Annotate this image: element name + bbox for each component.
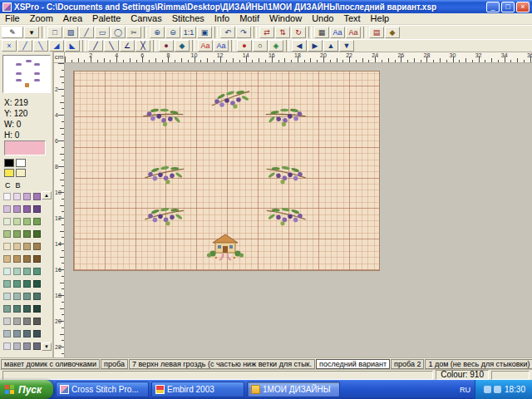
outline-mode-button[interactable]: ○	[253, 40, 268, 52]
quick-color-swatch[interactable]	[4, 159, 14, 167]
palette-swatch[interactable]	[3, 230, 11, 238]
ellipse-tool[interactable]: ◯	[111, 27, 126, 38]
canvas-viewport[interactable]	[65, 63, 532, 357]
palette-swatch[interactable]	[13, 230, 21, 238]
menu-item-text[interactable]: Text	[338, 13, 365, 24]
palette-swatch[interactable]	[3, 305, 11, 313]
palette-swatch[interactable]	[13, 280, 21, 288]
palette-swatch[interactable]	[33, 305, 41, 313]
cut-tool[interactable]: ✂	[126, 27, 141, 38]
pan-left-button[interactable]: ◀	[292, 40, 307, 52]
menu-item-info[interactable]: Info	[209, 13, 234, 24]
quick-color-swatch[interactable]	[16, 159, 26, 167]
redo-button[interactable]: ↷	[236, 27, 251, 38]
palette-swatch[interactable]	[33, 280, 41, 288]
pencil-tool[interactable]: ✎	[2, 27, 23, 38]
palette-scroll-up-button[interactable]: ▲	[42, 191, 52, 200]
pan-right-button[interactable]: ▶	[308, 40, 323, 52]
document-tab[interactable]: макет домик с оливочками	[1, 359, 100, 369]
document-tab[interactable]: 1 дом (не весь для стыковки)	[425, 359, 532, 369]
quarter-stitch-button[interactable]: ◢	[49, 40, 64, 52]
close-button[interactable]: ×	[516, 2, 530, 12]
palette-swatch[interactable]	[33, 268, 41, 275]
palette-swatch[interactable]	[3, 243, 11, 250]
menu-item-window[interactable]: Window	[264, 13, 307, 24]
current-color-swatch[interactable]	[4, 140, 46, 155]
palette-swatch[interactable]	[3, 193, 11, 200]
menu-item-zoom[interactable]: Zoom	[25, 13, 58, 24]
palette-swatch[interactable]	[3, 342, 11, 350]
palette-swatch[interactable]	[13, 342, 21, 350]
text-tool-button[interactable]: Aa	[198, 40, 213, 52]
palette-swatch[interactable]	[23, 280, 31, 288]
font-bold-button[interactable]: Aa	[346, 27, 361, 38]
display-icon[interactable]	[494, 386, 501, 393]
palette-swatch[interactable]	[33, 218, 41, 225]
volume-icon[interactable]	[484, 386, 491, 393]
menu-item-help[interactable]: Help	[366, 13, 395, 24]
pan-down-button[interactable]: ▼	[339, 40, 354, 52]
palette-swatch[interactable]	[33, 230, 41, 238]
palette-swatch[interactable]	[3, 255, 11, 263]
stitch-grid[interactable]	[73, 71, 380, 271]
half-stitch-backward-button[interactable]: ╲	[33, 40, 48, 52]
quick-color-swatch[interactable]	[4, 169, 14, 177]
palette-swatch[interactable]	[33, 255, 41, 263]
palette-swatch[interactable]	[13, 218, 21, 225]
palette-swatch[interactable]	[23, 243, 31, 250]
palette-swatch[interactable]	[33, 193, 41, 200]
language-indicator[interactable]: RU	[456, 384, 475, 396]
palette-swatch[interactable]	[23, 305, 31, 313]
zoom-100-button[interactable]: 1:1	[181, 27, 196, 38]
long-stitch-button[interactable]: ╳	[135, 40, 150, 52]
palette-swatch[interactable]	[3, 293, 11, 300]
palette-swatch[interactable]	[13, 205, 21, 213]
taskbar-app-button[interactable]: Embird 2003	[151, 382, 244, 397]
palette-swatch[interactable]	[23, 330, 31, 337]
palette-swatch[interactable]	[23, 230, 31, 238]
palette-swatch[interactable]	[13, 293, 21, 300]
maximize-button[interactable]: □	[501, 2, 515, 12]
menu-item-canvas[interactable]: Canvas	[126, 13, 166, 24]
font-button[interactable]: Aa	[330, 27, 345, 38]
palette-swatch[interactable]	[33, 293, 41, 300]
palette-swatch[interactable]	[13, 243, 21, 250]
palette-button[interactable]: ▤	[369, 27, 384, 38]
palette-swatch[interactable]	[23, 293, 31, 300]
palette-swatch[interactable]	[3, 205, 11, 213]
grid-toggle-button[interactable]: ▦	[314, 27, 329, 38]
zoom-in-button[interactable]: ⊕	[150, 27, 165, 38]
palette-swatch[interactable]	[23, 342, 31, 350]
backstitch-thick-button[interactable]: ╲	[104, 40, 119, 52]
undo-button[interactable]: ↶	[220, 27, 235, 38]
zoom-out-button[interactable]: ⊖	[165, 27, 180, 38]
menu-item-motif[interactable]: Motif	[234, 13, 264, 24]
zoom-fit-button[interactable]: ▣	[197, 27, 212, 38]
palette-swatch[interactable]	[3, 318, 11, 325]
palette-swatch[interactable]	[33, 330, 41, 337]
fill-tool[interactable]: ▨	[63, 27, 78, 38]
french-knot-button[interactable]: ●	[159, 40, 174, 52]
rectangle-tool[interactable]: ▭	[95, 27, 110, 38]
mirror-horizontal-button[interactable]: ⇄	[259, 27, 274, 38]
palette-swatch[interactable]	[13, 255, 21, 263]
palette-scroll-down-button[interactable]: ▼	[42, 342, 52, 351]
menu-item-area[interactable]: Area	[58, 13, 87, 24]
palette-swatch[interactable]	[3, 268, 11, 275]
document-tab[interactable]: 7 верхн левая гроздь (с частью ниж ветки…	[129, 359, 315, 369]
palette-swatch[interactable]	[33, 342, 41, 350]
taskbar-app-button[interactable]: Cross Stitch Pro...	[56, 382, 149, 397]
document-tab[interactable]: проба 2	[391, 359, 424, 369]
half-stitch-forward-button[interactable]: ╱	[17, 40, 32, 52]
menu-item-stitches[interactable]: Stitches	[167, 13, 209, 24]
palette-swatch[interactable]	[13, 318, 21, 325]
palette-swatch[interactable]	[23, 268, 31, 275]
full-stitch-button[interactable]: ×	[2, 40, 17, 52]
document-tab[interactable]: последний вариант	[316, 359, 390, 369]
palette-swatch[interactable]	[33, 205, 41, 213]
palette-swatch[interactable]	[3, 280, 11, 288]
start-button[interactable]: Пуск	[0, 380, 53, 399]
rotate-button[interactable]: ↻	[291, 27, 306, 38]
pencil-mode-dropdown[interactable]: ▾	[24, 27, 39, 38]
palette-swatch[interactable]	[13, 268, 21, 275]
